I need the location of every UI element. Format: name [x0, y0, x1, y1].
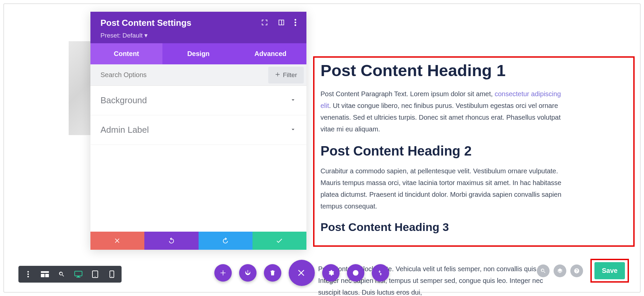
post-paragraph-1: Post Content Paragraph Text. Lorem ipsum… [320, 88, 562, 135]
portability-button[interactable] [372, 264, 389, 282]
save-button[interactable]: Save [594, 262, 625, 279]
settings-modal: Post Content Settings Preset: Default ▾ … [90, 12, 306, 250]
modal-header: Post Content Settings Preset: Default ▾ [90, 12, 306, 43]
search-input[interactable] [90, 64, 268, 85]
post-content-preview: Post Content Heading 1 Post Content Para… [313, 56, 635, 247]
undo-button[interactable] [144, 232, 198, 250]
svg-rect-11 [76, 277, 80, 278]
svg-point-13 [95, 276, 95, 277]
add-button[interactable] [214, 264, 232, 282]
view-toolbar [18, 266, 122, 283]
more-icon[interactable] [294, 19, 296, 27]
chevron-down-icon [290, 126, 296, 134]
snap-icon[interactable] [278, 19, 285, 27]
svg-point-15 [112, 276, 112, 277]
modal-tabs: Content Design Advanced [90, 43, 306, 64]
svg-point-5 [27, 276, 29, 278]
options-list: Background Admin Label [90, 86, 306, 232]
search-row: Filter [90, 64, 306, 86]
tab-content[interactable]: Content [90, 43, 162, 64]
option-label: Admin Label [100, 125, 149, 135]
svg-point-3 [27, 271, 29, 273]
mobile-view-icon[interactable] [103, 266, 120, 283]
wireframe-view-icon[interactable] [37, 266, 53, 283]
save-highlight: Save [590, 259, 629, 283]
close-builder-button[interactable] [289, 260, 315, 286]
tablet-view-icon[interactable] [87, 266, 103, 283]
option-label: Background [100, 95, 147, 106]
cancel-button[interactable] [90, 232, 144, 250]
confirm-button[interactable] [253, 232, 306, 250]
svg-rect-7 [41, 274, 45, 277]
post-heading-3: Post Content Heading 3 [320, 221, 627, 234]
preset-selector[interactable]: Preset: Default ▾ [100, 32, 296, 39]
history-button[interactable] [347, 264, 364, 282]
expand-icon[interactable] [261, 19, 268, 27]
builder-actions [214, 260, 389, 286]
option-background[interactable]: Background [90, 86, 306, 115]
svg-rect-6 [41, 271, 49, 273]
trash-button[interactable] [264, 264, 281, 282]
search-button[interactable] [537, 264, 550, 277]
page-settings-button[interactable] [322, 264, 340, 282]
post-paragraph-2: Curabitur a commodo sapien, at pellentes… [320, 165, 562, 212]
modal-footer [90, 232, 306, 250]
svg-rect-10 [77, 276, 79, 277]
filter-button[interactable]: Filter [268, 67, 304, 83]
filter-label: Filter [283, 71, 297, 79]
help-button[interactable] [570, 264, 583, 277]
tab-advanced[interactable]: Advanced [234, 43, 306, 64]
svg-point-2 [295, 24, 296, 26]
modal-title: Post Content Settings [100, 18, 192, 28]
post-heading-2: Post Content Heading 2 [320, 143, 627, 159]
power-button[interactable] [239, 264, 257, 282]
plus-icon [275, 71, 280, 79]
chevron-down-icon [290, 97, 296, 105]
option-admin-label[interactable]: Admin Label [90, 115, 306, 145]
svg-point-0 [295, 19, 296, 20]
desktop-view-icon[interactable] [70, 266, 87, 283]
svg-point-4 [27, 274, 29, 275]
svg-rect-9 [75, 271, 82, 276]
right-controls: Save [537, 259, 629, 283]
redo-button[interactable] [199, 232, 253, 250]
zoom-icon[interactable] [53, 266, 70, 283]
toolbar-more-icon[interactable] [20, 266, 37, 283]
svg-point-1 [295, 21, 296, 23]
tab-design[interactable]: Design [162, 43, 234, 64]
svg-rect-8 [45, 274, 49, 277]
post-heading-1: Post Content Heading 1 [320, 61, 627, 80]
layers-button[interactable] [554, 264, 566, 277]
